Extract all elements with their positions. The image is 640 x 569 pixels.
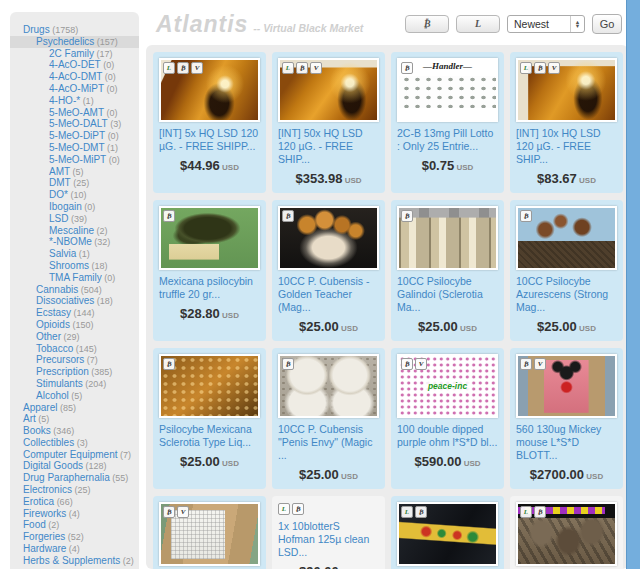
sidebar-item[interactable]: 2C Family (17) — [10, 48, 139, 60]
litecoin-filter-button[interactable]: L — [456, 15, 500, 33]
product-card[interactable]: ₿10CC Psilocybe Azurescens (Strong Mag..… — [510, 200, 623, 341]
sidebar-item-label[interactable]: 5-MeO-DiPT — [49, 130, 105, 141]
product-card[interactable]: ₿V560 130ug Mickey mouse L*S*D BLOTT...$… — [510, 348, 623, 489]
product-image[interactable]: peace-inc₿V — [397, 354, 498, 418]
sidebar-item-label[interactable]: 5-MeO-DALT — [49, 118, 108, 129]
sidebar-item[interactable]: Dissociatives (18) — [10, 295, 139, 307]
sidebar-item-label[interactable]: Forgeries — [23, 531, 65, 542]
sidebar-item-label[interactable]: *-NBOMe — [49, 236, 92, 247]
sidebar-item-label[interactable]: Food — [23, 519, 46, 530]
sidebar-item[interactable]: Cannabis (504) — [10, 284, 139, 296]
product-title-link[interactable]: 10CC P. Cubensis "Penis Envy" (Magic ... — [278, 423, 379, 462]
sidebar-item-label[interactable]: Fireworks — [23, 508, 66, 519]
product-card[interactable]: L₿QP of Ergot$1500.00 USD — [510, 496, 623, 569]
sidebar-item[interactable]: 4-AcO-MiPT (0) — [10, 83, 139, 95]
sidebar-item-label[interactable]: 5-MeO-MiPT — [49, 154, 106, 165]
product-image[interactable]: ₿ — [278, 206, 379, 270]
bitcoin-filter-button[interactable]: ₿ — [405, 15, 449, 33]
sidebar-item[interactable]: Electronics (25) — [10, 484, 139, 496]
sidebar-item[interactable]: 5-MeO-DALT (3) — [10, 118, 139, 130]
sidebar-item-label[interactable]: Stimulants — [36, 378, 83, 389]
product-image[interactable]: ₿ — [516, 206, 617, 270]
sidebar-item-label[interactable]: Books — [23, 425, 51, 436]
sidebar-item-label[interactable]: Cannabis — [36, 284, 78, 295]
sidebar-item-label[interactable]: Computer Equipment — [23, 449, 118, 460]
sidebar-item-label[interactable]: Opioids — [36, 319, 70, 330]
product-title-link[interactable]: 10CC Psilocybe Azurescens (Strong Mag... — [516, 275, 617, 314]
sidebar-item-label[interactable]: Ecstasy — [36, 307, 71, 318]
sidebar-item-label[interactable]: Drug Paraphernalia — [23, 472, 110, 483]
product-image[interactable]: ₿V — [159, 502, 260, 566]
sidebar-item-label[interactable]: Hardware — [23, 543, 66, 554]
sidebar-item-label[interactable]: Drugs — [23, 24, 50, 35]
product-card[interactable]: ₿V500 160ug DOUBLE DIPPED OHM L*S*D B...… — [153, 496, 266, 569]
sort-select[interactable]: Newest ▲▼ — [507, 15, 585, 33]
product-title-link[interactable]: 1x 10blotterS Hofman 125µ clean LSD... — [278, 520, 379, 559]
sidebar-item[interactable]: TMA Family (0) — [10, 272, 139, 284]
sidebar-item[interactable]: Opioids (150) — [10, 319, 139, 331]
sidebar-item-label[interactable]: Mescaline — [49, 225, 94, 236]
sidebar-item-label[interactable]: Salvia — [49, 248, 76, 259]
product-image[interactable]: L₿ — [516, 502, 617, 566]
sidebar-item[interactable]: AMT (5) — [10, 166, 139, 178]
product-title-link[interactable]: [INT] 10x HQ LSD 120 µG. - FREE SHIP... — [516, 127, 617, 166]
sidebar-item-label[interactable]: Ibogain — [49, 201, 82, 212]
sidebar-item-label[interactable]: TMA Family — [49, 272, 102, 283]
sidebar-item[interactable]: Ibogain (0) — [10, 201, 139, 213]
go-button[interactable]: Go — [592, 14, 622, 34]
product-title-link[interactable]: [INT] 50x HQ LSD 120 µG. - FREE SHIP... — [278, 127, 379, 166]
product-title-link[interactable]: 2C-B 13mg Pill Lotto : Only 25 Entrie... — [397, 127, 498, 153]
sidebar-item[interactable]: Shrooms (18) — [10, 260, 139, 272]
product-card[interactable]: —Handler—₿2C-B 13mg Pill Lotto : Only 25… — [391, 52, 504, 193]
sidebar-item[interactable]: 4-AcO-DMT (0) — [10, 71, 139, 83]
product-card[interactable]: ₿Psilocybe Mexicana Sclerotia Type Liq..… — [153, 348, 266, 489]
product-image[interactable]: —Handler—₿ — [397, 58, 498, 122]
sidebar-item[interactable]: 5-MeO-DiPT (0) — [10, 130, 139, 142]
product-title-link[interactable]: 560 130ug Mickey mouse L*S*D BLOTT... — [516, 423, 617, 462]
sidebar-item-label[interactable]: Psychedelics — [36, 36, 94, 47]
sidebar-item[interactable]: Collectibles (3) — [10, 437, 139, 449]
sidebar-item-label[interactable]: Other — [36, 331, 61, 342]
sidebar-item[interactable]: Fireworks (4) — [10, 508, 139, 520]
product-card[interactable]: L₿1x 10blotterS Hofman 125µ clean LSD...… — [272, 496, 385, 569]
product-card[interactable]: L₿V[INT] 50x HQ LSD 120 µG. - FREE SHIP.… — [272, 52, 385, 193]
sidebar-item[interactable]: Herbs & Supplements (2) — [10, 555, 139, 567]
product-image[interactable]: ₿V — [516, 354, 617, 418]
product-card[interactable]: ₿10CC P. Cubensis - Golden Teacher (Mag.… — [272, 200, 385, 341]
sidebar-item[interactable]: 4-HO-* (1) — [10, 95, 139, 107]
sidebar-item[interactable]: Alcohol (5) — [10, 390, 139, 402]
sidebar-item[interactable]: DMT (25) — [10, 177, 139, 189]
product-image[interactable]: L₿ — [397, 502, 498, 566]
sidebar-item[interactable]: *-NBOMe (32) — [10, 236, 139, 248]
sidebar-item[interactable]: DO* (10) — [10, 189, 139, 201]
sidebar-item-label[interactable]: Collectibles — [23, 437, 74, 448]
sidebar-item-label[interactable]: Precursors — [36, 354, 84, 365]
product-title-link[interactable]: 100 double dipped purple ohm l*S*D bl... — [397, 423, 498, 449]
sidebar-item-label[interactable]: Tobacco — [36, 343, 73, 354]
product-image[interactable]: L₿V — [278, 58, 379, 122]
sidebar-item[interactable]: 5-MeO-MiPT (0) — [10, 154, 139, 166]
sidebar-item[interactable]: Precursors (7) — [10, 354, 139, 366]
sidebar-item-label[interactable]: 4-AcO-DMT — [49, 71, 102, 82]
sidebar-item-label[interactable]: Apparel — [23, 402, 57, 413]
product-card[interactable]: ₿Mexicana psilocybin truffle 20 gr...$28… — [153, 200, 266, 341]
product-card[interactable]: ₿10CC P. Cubensis "Penis Envy" (Magic ..… — [272, 348, 385, 489]
sidebar-item-label[interactable]: Herbs & Supplements — [23, 555, 120, 566]
sidebar-item[interactable]: Erotica (66) — [10, 496, 139, 508]
sidebar-item[interactable]: Art (5) — [10, 413, 139, 425]
product-image[interactable]: L₿V — [516, 58, 617, 122]
sidebar-item-label[interactable]: Art — [23, 413, 36, 424]
product-image[interactable]: ₿ — [159, 206, 260, 270]
sidebar-item-label[interactable]: 4-AcO-DET — [49, 59, 101, 70]
product-image[interactable]: L₿V — [159, 58, 260, 122]
product-title-link[interactable]: Psilocybe Mexicana Sclerotia Type Liq... — [159, 423, 260, 449]
product-card[interactable]: L₿1x 1blotter Hofman 125µ clean LSD...$1… — [391, 496, 504, 569]
sidebar-item[interactable]: Digital Goods (128) — [10, 460, 139, 472]
product-title-link[interactable]: 10CC Psilocybe Galindoi (Sclerotia Ma... — [397, 275, 498, 314]
sidebar-item[interactable]: Prescription (385) — [10, 366, 139, 378]
sidebar-item-label[interactable]: Dissociatives — [36, 295, 94, 306]
sidebar-item[interactable]: Hardware (4) — [10, 543, 139, 555]
sidebar-item[interactable]: Books (346) — [10, 425, 139, 437]
sidebar-item-label[interactable]: 4-AcO-MiPT — [49, 83, 104, 94]
product-card[interactable]: L₿V[INT] 10x HQ LSD 120 µG. - FREE SHIP.… — [510, 52, 623, 193]
